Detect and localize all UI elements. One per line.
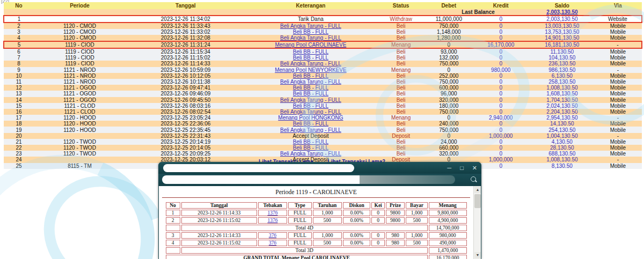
cell-no: 9 [4, 67, 34, 73]
cell-keterangan: Menang Pool HONGKONG [246, 115, 376, 121]
cell-tanggal: 2023-12-26 09:47:41 [126, 85, 246, 91]
keterangan-link[interactable]: Menang Pool NEWYORKEVE [275, 67, 346, 73]
bet-col-diskon: Diskon [343, 202, 371, 209]
cell-kredit: 0 [472, 16, 530, 23]
search-icon[interactable] [471, 176, 477, 182]
popup-scrollbar[interactable]: ▲ ▼ [473, 186, 481, 259]
cell-via: Mobile [594, 145, 642, 151]
browser-tab[interactable] [163, 164, 354, 172]
cell-status: Deposit [376, 133, 426, 139]
transactions-table: No Periode Tanggal Keterangan Status Deb… [3, 2, 642, 169]
cell-no: 23 [4, 151, 34, 157]
window-controls: ─ □ ✕ [447, 164, 477, 172]
keterangan-link[interactable]: Beli Angka Tarung - FULL [280, 97, 341, 103]
keterangan-link[interactable]: Beli Angka Tarung - FULL [280, 109, 341, 115]
keterangan-link[interactable]: Beli BB - FULL [293, 145, 328, 151]
table-row: 221120 - TWOD2023-12-25 20:14:05Beli BB … [4, 145, 642, 151]
keterangan-link[interactable]: Beli BB - FULL [293, 85, 328, 91]
bet-col-no: No [166, 202, 180, 209]
minimize-button[interactable]: ─ [447, 164, 451, 172]
cell-saldo: 1,608,130.50 [530, 91, 594, 97]
cell-saldo: 14,901,130.50 [530, 35, 594, 41]
cell-tanggal: 2023-12-26 09:45:50 [126, 97, 246, 103]
cell-tanggal: 2023-12-25 20:14:05 [126, 145, 246, 151]
keterangan-link[interactable]: Beli BB - FULL [293, 55, 328, 61]
cell-via: Website [594, 16, 642, 23]
bet-col-taruhan: Taruhan [313, 202, 342, 209]
tebakan-link[interactable]: 1376 [267, 210, 277, 216]
keterangan-link[interactable]: Beli Angka Tarung - FULL [280, 61, 341, 66]
cell-debet: 320,000 [426, 151, 471, 157]
table-row: 61119 - CIOD2023-12-26 11:15:34Beli BB -… [4, 48, 642, 55]
close-button[interactable]: ✕ [472, 164, 477, 172]
keterangan-link[interactable]: Beli BB - FULL [293, 121, 328, 127]
tebakan-link[interactable]: 1376 [267, 218, 277, 223]
bet-col-tebakan: Tebakan [258, 202, 287, 209]
keterangan-link[interactable]: Menang Pool CAROLINAEVE [275, 42, 346, 48]
cell-debet: 0 [426, 67, 471, 73]
keterangan-link[interactable]: Menang Pool HONGKONG [278, 115, 343, 121]
keterangan-link[interactable]: Beli BB - FULL [293, 73, 328, 79]
cell-kredit: 0 [472, 127, 530, 132]
maximize-button[interactable]: □ [460, 164, 464, 172]
total-value: 14,700,000 [429, 225, 467, 231]
cell-kredit: 0 [472, 79, 530, 85]
cell-debet: 240,000 [426, 121, 471, 127]
cell-status: Menang [376, 115, 426, 121]
cell-debet: 750,000 [426, 127, 471, 132]
cell-keterangan: Beli Angka Tarung - FULL [246, 97, 376, 103]
cell-debet: 0 [426, 41, 471, 48]
cell-keterangan: Beli BB - FULL [246, 103, 376, 109]
cell-kredit: 16,170,000 [472, 41, 530, 48]
cell-no: 4 [4, 35, 34, 41]
keterangan-link[interactable]: Beli Angka Tarung - FULL [280, 79, 341, 85]
cell-periode: 1120 - HOOD [34, 121, 126, 127]
address-input[interactable] [162, 175, 360, 184]
cell-via: Mobile [594, 151, 642, 157]
cell-tanggal: 2023-12-26 10:59:09 [126, 67, 246, 73]
table-row: 101121 - NROD2023-12-26 10:12:05Beli BB … [4, 73, 642, 79]
bet-total-row: Total 4D14,700,000 [166, 225, 467, 231]
tebakan-link[interactable]: 376 [269, 233, 276, 238]
cell-periode: 1121 - CLOD [34, 109, 126, 115]
keterangan-link[interactable]: Beli BB - FULL [293, 139, 328, 145]
keterangan-link[interactable]: Beli BB - FULL [293, 103, 328, 109]
cell-periode: 1121 - CLOD [34, 103, 126, 109]
cell-periode: 1119 - CIOD [34, 55, 126, 61]
keterangan-link[interactable]: Beli Angka Tarung - FULL [280, 127, 341, 133]
cell-status: Beli [376, 79, 426, 85]
cell-periode: 1121 - OGOD [34, 91, 126, 97]
cell-via: Mobile [594, 139, 642, 145]
col-header-no: No [4, 2, 34, 9]
cell-kredit: 0 [472, 73, 530, 79]
scroll-thumb[interactable] [474, 194, 481, 208]
bet-col-menang: Menang [429, 202, 467, 209]
cell-saldo: 1,704,130.50 [530, 97, 594, 103]
cell-debet: 180,000 [426, 103, 471, 109]
cell-no: 15 [4, 103, 34, 109]
cell-debet: 0 [426, 133, 471, 139]
cell-saldo: 13,753,130.50 [530, 29, 594, 35]
keterangan-link[interactable]: Beli Angka Tarung - FULL [280, 23, 341, 29]
keterangan-link[interactable]: Beli BB - FULL [293, 29, 328, 35]
cell-status: Beli [376, 103, 426, 109]
cell-tanggal: 2023-12-26 11:32:08 [126, 35, 246, 41]
bet-col-kei: Kei [371, 202, 384, 209]
table-row: 111121 - NROD2023-12-26 10:11:38Beli Ang… [4, 79, 642, 85]
keterangan-link[interactable]: Beli BB - FULL [293, 91, 328, 97]
popup-window: ─ □ ✕ Periode 1119 - CAROLINAEVE [158, 162, 481, 259]
keterangan-link[interactable]: Beli BB - FULL [293, 49, 328, 55]
keterangan-link[interactable]: Beli Angka Tarung - FULL [280, 35, 341, 41]
tebakan-link[interactable]: 376 [269, 240, 276, 246]
cell-keterangan: Beli Angka Tarung - FULL [246, 127, 376, 132]
cell-no: 12 [4, 85, 34, 91]
redacted-url [360, 175, 455, 184]
cell-keterangan: Beli BB - FULL [246, 73, 376, 79]
keterangan-link[interactable]: Beli Angka Tarung - FULL [280, 151, 341, 157]
cell-via: - [594, 133, 642, 139]
scroll-down-arrow[interactable]: ▼ [474, 252, 481, 258]
table-row: 181120 - HOOD2023-12-25 22:36:06Beli BB … [4, 121, 642, 127]
scroll-up-arrow[interactable]: ▲ [474, 187, 481, 193]
cell-debet: 660,000 [426, 145, 471, 151]
cell-status: Beli [376, 73, 426, 79]
